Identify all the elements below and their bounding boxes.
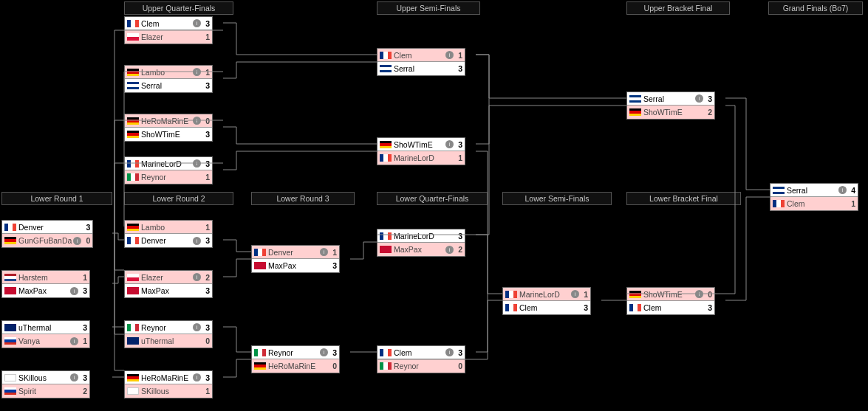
score: 0 <box>83 236 90 245</box>
player-name: ShoWTimE <box>394 140 444 149</box>
player-name: Denver <box>18 223 83 232</box>
info-icon[interactable]: i <box>193 273 201 281</box>
info-icon[interactable]: i <box>193 159 201 167</box>
flag-fr <box>773 200 785 207</box>
match-uqf1: Clem i 3 Elazer 1 <box>124 16 213 44</box>
player-row: MarineLorD i 1 <box>503 288 590 301</box>
score: 3 <box>581 303 588 312</box>
info-icon[interactable]: i <box>70 337 78 345</box>
score: 3 <box>202 373 210 382</box>
score: 0 <box>455 362 462 370</box>
player-name: Denver <box>268 248 318 257</box>
player-name: SKillous <box>141 387 202 396</box>
player-name: Spirit <box>18 387 80 396</box>
flag-fr <box>380 154 392 162</box>
player-name: uThermal <box>18 323 80 332</box>
match-uqf2: Lambo i 1 Serral 3 <box>124 65 213 93</box>
info-icon[interactable]: i <box>193 68 201 76</box>
col-lr2-label: Lower Round 2 <box>124 192 233 205</box>
player-row: Serral i 4 <box>770 184 858 197</box>
match-lr3-1: Denver i 1 MaxPax 3 <box>251 245 340 273</box>
flag-fr <box>380 52 392 59</box>
flag-de <box>127 131 139 138</box>
player-name: Reynor <box>141 323 191 332</box>
col-lbf-label: Lower Bracket Final <box>626 192 741 205</box>
score: 3 <box>455 348 462 357</box>
player-row: MaxPax i 2 <box>377 243 465 256</box>
info-icon[interactable]: i <box>838 186 847 194</box>
match-lr2-4: HeRoMaRinE i 3 SKillous 1 <box>124 370 213 398</box>
info-icon[interactable]: i <box>70 373 78 381</box>
info-icon[interactable]: i <box>445 140 454 148</box>
flag-de <box>629 108 641 116</box>
flag-it <box>254 349 266 356</box>
info-icon[interactable]: i <box>695 290 703 298</box>
player-row: SKillous 1 <box>125 384 212 398</box>
player-row: ShoWTimE 2 <box>627 106 714 119</box>
player-name: MaxPax <box>394 245 444 254</box>
score: 1 <box>202 68 210 77</box>
info-icon[interactable]: i <box>571 290 579 298</box>
player-row: uThermal 0 <box>125 334 212 348</box>
info-icon[interactable]: i <box>445 51 454 59</box>
col-lr1-label: Lower Round 1 <box>1 192 112 205</box>
match-uqf4: MarineLorD i 3 Reynor 1 <box>124 156 213 184</box>
info-icon[interactable]: i <box>695 94 703 103</box>
player-name: Reynor <box>394 362 455 370</box>
score: 1 <box>80 273 87 282</box>
player-name: Clem <box>394 51 444 60</box>
flag-it <box>127 173 139 181</box>
col-lqf-label: Lower Quarter-Finals <box>377 192 488 205</box>
player-row: HeRoMaRinE i 0 <box>125 114 212 128</box>
flag-fr <box>254 249 266 256</box>
player-row: Clem i 3 <box>377 346 465 359</box>
info-icon[interactable]: i <box>445 348 454 356</box>
flag-fi <box>629 95 641 103</box>
player-row: Clem 3 <box>627 301 714 314</box>
flag-de <box>127 224 139 231</box>
player-name: Reynor <box>268 348 318 357</box>
info-icon[interactable]: i <box>73 237 81 245</box>
player-row: Vanya i 1 <box>2 334 89 348</box>
info-icon[interactable]: i <box>320 348 328 356</box>
player-row: Elazer 1 <box>125 30 212 44</box>
player-name: Clem <box>787 199 848 208</box>
player-row: Reynor 0 <box>377 359 465 373</box>
player-row: Elazer i 2 <box>125 271 212 284</box>
flag-pl <box>127 274 139 281</box>
info-icon[interactable]: i <box>193 19 201 27</box>
score: 3 <box>80 373 87 382</box>
score: 3 <box>705 303 712 312</box>
player-name: HeRoMaRinE <box>141 117 191 125</box>
col-uqf-label: Upper Quarter-Finals <box>124 1 233 15</box>
info-icon[interactable]: i <box>193 237 201 245</box>
info-icon[interactable]: i <box>193 117 201 125</box>
player-row: MaxPax 3 <box>125 284 212 297</box>
player-row: Harstem 1 <box>2 271 89 284</box>
info-icon[interactable]: i <box>320 248 328 256</box>
flag-pl <box>127 33 139 41</box>
score: 1 <box>202 387 210 396</box>
match-lr1-1: Denver 3 GunGFuBanDa i 0 <box>1 220 93 248</box>
flag-kr <box>127 387 139 395</box>
score: 1 <box>455 153 462 162</box>
player-row: Spirit 2 <box>2 384 89 398</box>
player-name: Reynor <box>141 173 202 182</box>
flag-ru <box>4 337 16 345</box>
player-row: Denver 3 <box>2 221 92 234</box>
flag-fi <box>773 187 785 194</box>
player-name: GunGFuBanDa <box>18 236 72 245</box>
info-icon[interactable]: i <box>445 246 454 254</box>
player-row: Clem i 1 <box>377 49 465 62</box>
player-name: MarineLorD <box>394 232 455 241</box>
player-name: ShoWTimE <box>141 130 202 139</box>
score: 3 <box>202 286 210 295</box>
match-lr1-3: uThermal 3 Vanya i 1 <box>1 320 90 348</box>
info-icon[interactable]: i <box>193 323 201 331</box>
player-name: Harstem <box>18 273 80 282</box>
match-lr1-2: Harstem 1 MaxPax i 3 <box>1 270 90 298</box>
player-row: SKillous i 3 <box>2 371 89 384</box>
score: 1 <box>581 290 588 299</box>
info-icon[interactable]: i <box>193 373 201 381</box>
info-icon[interactable]: i <box>70 287 78 295</box>
